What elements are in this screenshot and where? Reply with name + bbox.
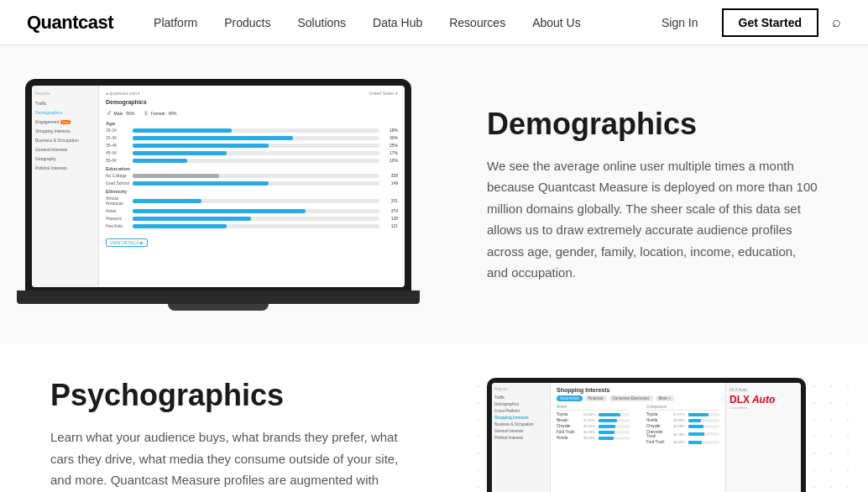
edu-section-title: Education [106,166,398,171]
sidebar-geography: Geography [35,154,95,164]
eth-row-3: Hispanic 128 [106,216,398,221]
demographics-body: We see the average online user multiple … [487,155,818,284]
tablet-columns: Brand Toyota 51.36% Nissan [557,405,719,446]
nav-item-about[interactable]: About Us [519,0,594,45]
tablet-wrapper: Reports Traffic Demographics Cross-Platf… [487,378,806,492]
tab-pills: Automotive Financial Consumer Electronic… [557,395,719,401]
gender-row: ♂ Male 55% ♀ Female 45% [106,108,398,118]
edu-row-1: No College 328 [106,173,398,178]
t-sidebar-general: General Interests [494,427,547,434]
age-row-4: 45-54 17% [106,150,398,155]
brand-row-3: Chrysler 42.61% [557,424,630,428]
nav-item-resources[interactable]: Resources [436,0,519,45]
screen-page-title: Demographics [106,99,398,105]
dlx-logo: DLX Auto [729,394,797,406]
view-details-button[interactable]: VIEW DETAILS ▶ [106,238,148,247]
get-started-button[interactable]: Get Started [722,8,818,37]
comp-row-3: Chrysler 36.19% [646,424,719,428]
tablet-inner: Reports Traffic Demographics Cross-Platf… [492,383,801,492]
age-row-5: 55-64 10% [106,158,398,163]
age-row-2: 25-34 30% [106,135,398,140]
sidebar-shopping: Shopping Interests [35,127,95,136]
tab-automotive[interactable]: Automotive [557,395,583,401]
laptop-stand [168,304,269,311]
t-sidebar-political: Political Interests [494,434,547,441]
comp-row-1: Toyota 47.17% [646,412,719,416]
comp-row-4: Chevrolet Truck 38.78% [646,430,719,438]
eth-row-1: African American 201 [106,196,398,206]
psycho-body: Learn what your audience buys, what bran… [50,427,403,492]
nav-item-solutions[interactable]: Solutions [284,0,359,45]
col2-header: Comparison [646,405,719,411]
screen-region: United States ▾ [369,91,398,96]
sidebar-engagement: Engagement New [35,118,95,127]
laptop-screen-outer: Reports Traffic Demographics Engagement … [25,79,411,290]
psycho-text: Psychographics Learn what your audience … [50,378,470,492]
demographics-section: Reports Traffic Demographics Engagement … [0,45,868,344]
tablet-outer: Reports Traffic Demographics Cross-Platf… [487,378,806,492]
nav-item-datahub[interactable]: Data Hub [359,0,436,45]
tab-financial[interactable]: Financial [585,395,607,401]
sidebar-political: Political Interests [35,164,95,173]
tablet-page-title: Shopping Interests [557,387,719,393]
laptop-mockup: Reports Traffic Demographics Engagement … [17,79,437,311]
eth-row-4: Has Kids 121 [106,223,398,228]
dlx-sub: Competition [729,406,797,410]
tab-consumer[interactable]: Consumer Electronics [609,395,653,401]
comp-row-2: Honda 30.83% [646,418,719,422]
sidebar-business: Business & Occupation [35,136,95,145]
screen-main-content: ● quantcast.com ▾ United States ▾ Demogr… [99,86,405,287]
age-row-1: 18-24 18% [106,128,398,133]
psychographics-section: Psychographics Learn what your audience … [0,344,868,492]
sidebar-traffic: Traffic [35,99,95,108]
screen-sidebar: Reports Traffic Demographics Engagement … [32,86,99,287]
brand-row-5: Honda 39.14% [557,436,630,440]
dlx-panel: DLX Auto DLX Auto Competition [725,383,801,492]
t-sidebar-demo: Demographics [494,400,547,407]
eth-row-2: Asian 379 [106,208,398,213]
brand-row-1: Toyota 51.36% [557,412,630,416]
tablet-mockup: Reports Traffic Demographics Cross-Platf… [470,378,851,492]
screen-url: ● quantcast.com ▾ [106,91,140,96]
t-sidebar-shopping: Shopping Interests [494,414,547,421]
t-sidebar-traffic: Traffic [494,394,547,400]
laptop-wrapper: Reports Traffic Demographics Engagement … [17,79,420,311]
age-row-3: 35-44 25% [106,143,398,148]
t-sidebar-cross: Cross-Platform [494,407,547,414]
search-icon[interactable]: ⌕ [832,13,841,31]
sidebar-demographics: Demographics [35,108,95,118]
nav-item-platform[interactable]: Platform [140,0,211,45]
dlx-label: DLX Auto [729,387,797,392]
tab-more[interactable]: More + [656,395,674,401]
tablet-main: Shopping Interests Automotive Financial … [551,383,725,492]
brand-row-4: Ford Truck 41.50% [557,430,630,434]
eth-section-title: Ethnicity [106,189,398,194]
age-section-title: Age [106,121,398,126]
demographics-heading: Demographics [487,107,818,142]
tablet-col-brand: Brand Toyota 51.36% Nissan [557,405,719,446]
edu-row-2: Grad School 149 [106,181,398,186]
laptop-screen-inner: Reports Traffic Demographics Engagement … [32,86,405,287]
navbar: Quantcast Platform Products Solutions Da… [0,0,868,45]
nav-item-products[interactable]: Products [211,0,284,45]
brand-row-2: Nissan 47.41% [557,418,630,422]
demographics-text: Demographics We see the average online u… [437,107,818,284]
sign-in-button[interactable]: Sign In [651,11,709,34]
t-sidebar-biz: Business & Occupation [494,421,547,427]
nav-right: Sign In Get Started ⌕ [651,8,841,37]
tablet-content: Reports Traffic Demographics Cross-Platf… [492,383,801,492]
logo: Quantcast [27,12,113,34]
tablet-sidebar: Reports Traffic Demographics Cross-Platf… [492,383,551,492]
col1-header: Brand [557,405,630,411]
psycho-heading: Psychographics [50,378,470,413]
nav-links: Platform Products Solutions Data Hub Res… [140,0,651,45]
comp-row-5: Ford Truck 34.93% [646,440,719,444]
sidebar-general: General Interests [35,145,95,154]
laptop-base [17,290,420,304]
